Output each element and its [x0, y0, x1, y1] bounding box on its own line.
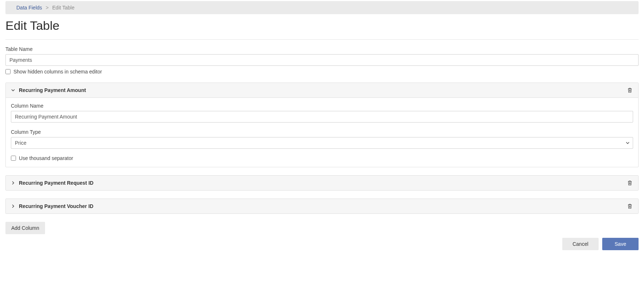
chevron-right-icon: [11, 181, 15, 185]
breadcrumb: Data Fields > Edit Table: [5, 1, 639, 14]
column-panel-title: Recurring Payment Amount: [19, 87, 627, 93]
show-hidden-columns-label[interactable]: Show hidden columns in schema editor: [13, 69, 102, 75]
delete-column-button[interactable]: [627, 179, 633, 187]
column-panel-header[interactable]: Recurring Payment Voucher ID: [6, 199, 638, 213]
trash-icon: [627, 180, 632, 186]
divider: [5, 39, 639, 40]
cancel-button[interactable]: Cancel: [562, 238, 599, 250]
add-column-button[interactable]: Add Column: [5, 222, 45, 234]
thousand-separator-checkbox[interactable]: [11, 156, 16, 161]
column-type-label: Column Type: [11, 129, 633, 135]
table-name-input[interactable]: [5, 54, 639, 66]
column-panel: Recurring Payment Request ID: [5, 175, 639, 191]
column-name-label: Column Name: [11, 103, 633, 109]
column-type-select[interactable]: Price: [11, 137, 633, 149]
breadcrumb-root-link[interactable]: Data Fields: [16, 5, 42, 11]
column-panel: Recurring Payment Amount Column Name Col…: [5, 83, 639, 167]
show-hidden-columns-checkbox[interactable]: [5, 69, 11, 74]
trash-icon: [627, 203, 632, 209]
column-panel-header[interactable]: Recurring Payment Amount: [6, 83, 638, 98]
column-panel-body: Column Name Column Type Price Use thousa…: [6, 98, 638, 167]
column-name-input[interactable]: [11, 111, 633, 123]
thousand-separator-label[interactable]: Use thousand separator: [19, 155, 73, 161]
table-name-label: Table Name: [5, 46, 639, 52]
trash-icon: [627, 87, 632, 93]
breadcrumb-current: Edit Table: [52, 5, 74, 11]
delete-column-button[interactable]: [627, 87, 633, 94]
delete-column-button[interactable]: [627, 203, 633, 210]
chevron-down-icon: [11, 88, 15, 92]
save-button[interactable]: Save: [602, 238, 639, 250]
column-panel-title: Recurring Payment Voucher ID: [19, 203, 627, 209]
column-panel: Recurring Payment Voucher ID: [5, 199, 639, 214]
breadcrumb-separator: >: [46, 5, 49, 11]
column-panel-title: Recurring Payment Request ID: [19, 180, 627, 186]
page-title: Edit Table: [5, 19, 639, 33]
column-panel-header[interactable]: Recurring Payment Request ID: [6, 176, 638, 190]
chevron-right-icon: [11, 204, 15, 208]
